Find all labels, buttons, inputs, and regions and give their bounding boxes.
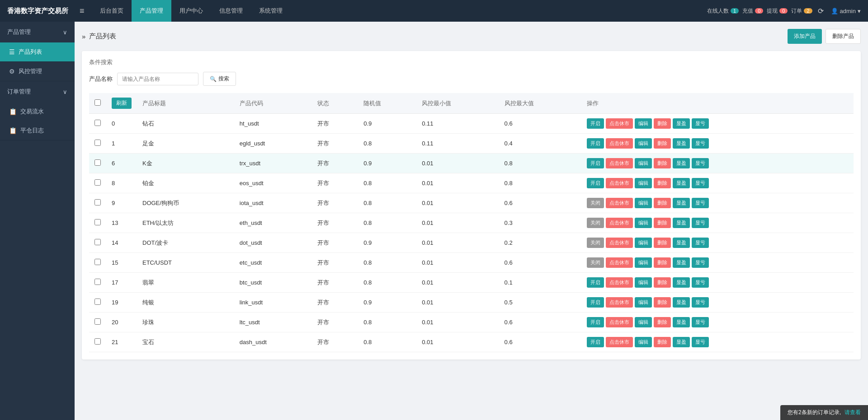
edit-button-8[interactable]: 编辑	[635, 277, 652, 288]
show-loss-button-0[interactable]: 显亏	[692, 118, 709, 129]
row-checkbox-10[interactable]	[94, 318, 101, 325]
edit-button-6[interactable]: 编辑	[635, 238, 652, 248]
show-loss-button-3[interactable]: 显亏	[692, 178, 709, 188]
click-close-button-8[interactable]: 点击休市	[606, 277, 633, 288]
click-close-button-1[interactable]: 点击休市	[606, 138, 633, 149]
edit-button-9[interactable]: 编辑	[635, 297, 652, 308]
show-loss-button-2[interactable]: 显亏	[692, 158, 709, 168]
row-checkbox-6[interactable]	[94, 239, 101, 245]
click-close-button-3[interactable]: 点击休市	[606, 178, 633, 188]
delete-product-button[interactable]: 删除产品	[826, 29, 861, 44]
click-close-button-4[interactable]: 点击休市	[606, 198, 633, 208]
show-profit-button-4[interactable]: 显盈	[673, 198, 690, 208]
click-close-button-10[interactable]: 点击休市	[606, 317, 633, 327]
sidebar-group-orders-title[interactable]: 订单管理 ∨	[0, 81, 75, 102]
open-close-button-5[interactable]: 关闭	[587, 218, 604, 228]
withdraw-badge[interactable]: 提现 0	[767, 7, 788, 15]
delete-button-9[interactable]: 删除	[654, 297, 671, 308]
delete-button-1[interactable]: 删除	[654, 138, 671, 149]
delete-button-10[interactable]: 删除	[654, 317, 671, 327]
row-checkbox-5[interactable]	[94, 219, 101, 225]
show-loss-button-10[interactable]: 显亏	[692, 317, 709, 327]
nav-item-products[interactable]: 产品管理	[132, 0, 171, 22]
show-loss-button-8[interactable]: 显亏	[692, 277, 709, 288]
show-profit-button-5[interactable]: 显盈	[673, 218, 690, 228]
click-close-button-2[interactable]: 点击休市	[606, 158, 633, 168]
sidebar-item-close-log[interactable]: 📋 平仓日志	[0, 121, 75, 140]
edit-button-0[interactable]: 编辑	[635, 118, 652, 129]
row-checkbox-8[interactable]	[94, 279, 101, 285]
show-profit-button-1[interactable]: 显盈	[673, 138, 690, 149]
open-close-button-4[interactable]: 关闭	[587, 198, 604, 208]
user-menu[interactable]: 👤 admin ▾	[831, 8, 861, 14]
show-loss-button-9[interactable]: 显亏	[692, 297, 709, 308]
delete-button-0[interactable]: 删除	[654, 118, 671, 129]
show-loss-button-11[interactable]: 显亏	[692, 337, 709, 347]
delete-button-4[interactable]: 删除	[654, 198, 671, 208]
show-loss-button-4[interactable]: 显亏	[692, 198, 709, 208]
open-close-button-10[interactable]: 开启	[587, 317, 604, 327]
nav-item-info[interactable]: 信息管理	[211, 0, 251, 22]
edit-button-3[interactable]: 编辑	[635, 178, 652, 188]
edit-button-4[interactable]: 编辑	[635, 198, 652, 208]
nav-item-system[interactable]: 系统管理	[251, 0, 291, 22]
show-profit-button-0[interactable]: 显盈	[673, 118, 690, 129]
recharge-badge[interactable]: 充值 0	[742, 7, 763, 15]
row-checkbox-4[interactable]	[94, 199, 101, 205]
edit-button-2[interactable]: 编辑	[635, 158, 652, 168]
show-profit-button-9[interactable]: 显盈	[673, 297, 690, 308]
delete-button-2[interactable]: 删除	[654, 158, 671, 168]
row-checkbox-1[interactable]	[94, 140, 101, 146]
show-profit-button-7[interactable]: 显盈	[673, 257, 690, 268]
edit-button-7[interactable]: 编辑	[635, 257, 652, 268]
row-checkbox-0[interactable]	[94, 120, 101, 126]
open-close-button-6[interactable]: 关闭	[587, 238, 604, 248]
open-close-button-8[interactable]: 开启	[587, 277, 604, 288]
search-button[interactable]: 🔍 搜索	[203, 72, 236, 86]
open-close-button-7[interactable]: 关闭	[587, 257, 604, 268]
nav-item-users[interactable]: 用户中心	[171, 0, 211, 22]
row-checkbox-9[interactable]	[94, 299, 101, 305]
delete-button-7[interactable]: 删除	[654, 257, 671, 268]
table-refresh-button[interactable]: 刷新	[112, 98, 132, 109]
show-profit-button-8[interactable]: 显盈	[673, 277, 690, 288]
click-close-button-9[interactable]: 点击休市	[606, 297, 633, 308]
show-profit-button-6[interactable]: 显盈	[673, 238, 690, 248]
click-close-button-5[interactable]: 点击休市	[606, 218, 633, 228]
open-close-button-3[interactable]: 开启	[587, 178, 604, 188]
edit-button-5[interactable]: 编辑	[635, 218, 652, 228]
add-product-button[interactable]: 添加产品	[788, 29, 822, 44]
show-profit-button-2[interactable]: 显盈	[673, 158, 690, 168]
notification-link[interactable]: 请查看	[844, 409, 861, 416]
refresh-icon[interactable]: ⟳	[818, 7, 824, 15]
edit-button-1[interactable]: 编辑	[635, 138, 652, 149]
row-checkbox-2[interactable]	[94, 159, 101, 166]
show-loss-button-1[interactable]: 显亏	[692, 138, 709, 149]
sidebar-item-trade-flow[interactable]: 📋 交易流水	[0, 102, 75, 121]
open-close-button-1[interactable]: 开启	[587, 138, 604, 149]
click-close-button-6[interactable]: 点击休市	[606, 238, 633, 248]
click-close-button-11[interactable]: 点击休市	[606, 337, 633, 347]
show-profit-button-10[interactable]: 显盈	[673, 317, 690, 327]
delete-button-3[interactable]: 删除	[654, 178, 671, 188]
delete-button-11[interactable]: 删除	[654, 337, 671, 347]
click-close-button-0[interactable]: 点击休市	[606, 118, 633, 129]
open-close-button-9[interactable]: 开启	[587, 297, 604, 308]
row-checkbox-11[interactable]	[94, 338, 101, 345]
row-checkbox-3[interactable]	[94, 179, 101, 186]
delete-button-5[interactable]: 删除	[654, 218, 671, 228]
search-input[interactable]	[117, 73, 198, 85]
open-close-button-0[interactable]: 开启	[587, 118, 604, 129]
menu-toggle-icon[interactable]: ≡	[80, 6, 85, 16]
open-close-button-11[interactable]: 开启	[587, 337, 604, 347]
order-badge[interactable]: 订单 2	[791, 7, 812, 15]
click-close-button-7[interactable]: 点击休市	[606, 257, 633, 268]
show-loss-button-7[interactable]: 显亏	[692, 257, 709, 268]
edit-button-11[interactable]: 编辑	[635, 337, 652, 347]
select-all-checkbox[interactable]	[94, 99, 101, 106]
delete-button-6[interactable]: 删除	[654, 238, 671, 248]
edit-button-10[interactable]: 编辑	[635, 317, 652, 327]
sidebar-group-products-title[interactable]: 产品管理 ∨	[0, 22, 75, 42]
sidebar-item-risk-mgmt[interactable]: ⚙ 风控管理	[0, 62, 75, 81]
show-loss-button-5[interactable]: 显亏	[692, 218, 709, 228]
